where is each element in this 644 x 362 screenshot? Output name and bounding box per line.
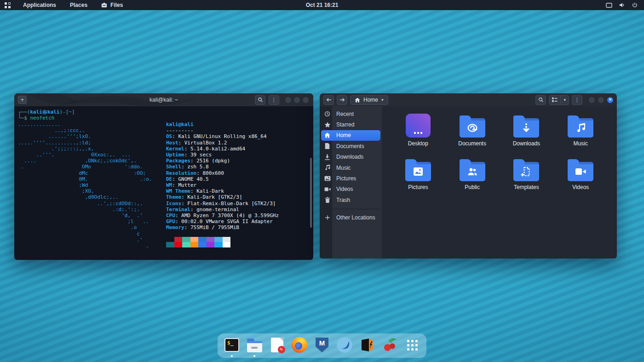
neofetch-info-row: Shell: zsh 5.8 bbox=[166, 164, 279, 170]
prompt-user-host: kali㉿kali bbox=[30, 109, 60, 115]
files-search-button[interactable] bbox=[535, 95, 546, 105]
terminal-close-button[interactable] bbox=[303, 97, 309, 103]
sidebar-item-videos[interactable]: Videos bbox=[321, 184, 380, 195]
terminal-search-button[interactable] bbox=[255, 95, 265, 105]
template-icon bbox=[521, 166, 532, 177]
sidebar-label: Starred bbox=[336, 121, 354, 128]
text-editor-app-icon: ✎ bbox=[271, 338, 283, 352]
neofetch-underline: --------- bbox=[166, 127, 279, 133]
terminal-maximize-button[interactable] bbox=[294, 97, 300, 103]
files-content-area[interactable]: Desktop Documents Downloads Music bbox=[382, 106, 617, 259]
view-options-chevron-icon[interactable]: ▾ bbox=[561, 96, 569, 104]
terminal-minimize-button[interactable] bbox=[285, 97, 291, 103]
display-icon[interactable] bbox=[606, 3, 612, 8]
dock-cherrytree[interactable] bbox=[381, 336, 398, 354]
path-bar-button[interactable]: Home ▾ bbox=[350, 95, 388, 105]
terminal-scrollbar[interactable] bbox=[310, 158, 312, 228]
files-maximize-button[interactable] bbox=[598, 97, 604, 103]
sidebar-item-downloads[interactable]: Downloads bbox=[321, 152, 380, 162]
folder-icon bbox=[568, 162, 593, 181]
dock-wireshark[interactable] bbox=[336, 336, 353, 354]
sidebar-item-music[interactable]: Music bbox=[321, 162, 380, 173]
desktop-icon bbox=[406, 114, 431, 138]
document-icon bbox=[322, 143, 332, 149]
star-icon bbox=[322, 122, 332, 128]
palette-swatch bbox=[174, 237, 183, 242]
sidebar-item-starred[interactable]: Starred bbox=[321, 119, 380, 130]
palette-swatch bbox=[214, 242, 223, 247]
folder-icon bbox=[460, 118, 485, 138]
folder-label: Desktop bbox=[408, 140, 428, 147]
firefox-app-icon bbox=[292, 337, 307, 353]
places-label: Places bbox=[70, 2, 87, 8]
folder-documents[interactable]: Documents bbox=[445, 112, 500, 156]
power-icon[interactable] bbox=[632, 2, 638, 8]
clock[interactable]: Oct 21 16:21 bbox=[306, 2, 339, 8]
sidebar-label: Music bbox=[336, 165, 351, 171]
folder-music[interactable]: Music bbox=[553, 112, 608, 156]
dock-show-applications[interactable] bbox=[403, 336, 421, 354]
dock-terminal[interactable]: $_ bbox=[223, 336, 241, 354]
dock-file-manager[interactable] bbox=[246, 336, 263, 354]
terminal-menu-button[interactable]: ⋮ bbox=[269, 95, 279, 105]
files-minimize-button[interactable] bbox=[589, 97, 595, 103]
folder-downloads[interactable]: Downloads bbox=[500, 112, 554, 156]
sidebar-item-trash[interactable]: Trash bbox=[321, 195, 380, 205]
folder-templates[interactable]: Templates bbox=[500, 156, 554, 200]
sidebar-item-documents[interactable]: Documents bbox=[321, 141, 380, 151]
folder-label: Videos bbox=[572, 184, 589, 190]
sidebar-label: Downloads bbox=[336, 154, 363, 160]
sidebar-item-pictures[interactable]: Pictures bbox=[321, 173, 380, 184]
terminal-title: kali@kali: ~ bbox=[150, 97, 178, 103]
dock-burpsuite[interactable] bbox=[358, 336, 376, 354]
folder-videos[interactable]: Videos bbox=[553, 156, 608, 200]
folder-icon bbox=[460, 162, 485, 181]
palette-swatch bbox=[182, 242, 190, 247]
applications-label: Applications bbox=[23, 2, 56, 8]
menu-files[interactable]: Files bbox=[95, 0, 129, 10]
folder-label: Music bbox=[573, 140, 587, 147]
neofetch-info-row: DE: GNOME 40.5 bbox=[166, 176, 279, 182]
folder-label: Pictures bbox=[408, 184, 428, 190]
palette-row-normal bbox=[166, 237, 279, 242]
forward-button[interactable] bbox=[337, 95, 347, 105]
sidebar-item-recent[interactable]: Recent bbox=[321, 109, 380, 119]
files-headerbar[interactable]: Home ▾ ▾ ⋮ ✕ bbox=[320, 93, 617, 106]
sidebar-label: Videos bbox=[336, 186, 353, 192]
sidebar-item-home[interactable]: Home bbox=[321, 130, 380, 141]
sidebar-item-other-locations[interactable]: Other Locations bbox=[321, 213, 380, 223]
palette-swatch bbox=[198, 237, 207, 242]
neofetch-title: kali@kali bbox=[166, 121, 279, 127]
neofetch-info-row: Terminal: gnome-terminal bbox=[166, 207, 279, 213]
folder-label: Downloads bbox=[513, 140, 540, 147]
workspace-grid-icon[interactable] bbox=[5, 2, 11, 8]
back-button[interactable] bbox=[323, 95, 334, 105]
download-icon bbox=[322, 154, 332, 160]
palette-row-bright bbox=[166, 242, 279, 247]
files-close-button[interactable]: ✕ bbox=[607, 97, 613, 103]
menu-applications[interactable]: Applications bbox=[17, 0, 62, 10]
folder-public[interactable]: Public bbox=[445, 156, 500, 200]
dock-metasploit[interactable]: M bbox=[313, 336, 331, 354]
dock-text-editor[interactable]: ✎ bbox=[268, 336, 286, 354]
folder-icon bbox=[405, 162, 431, 181]
volume-icon[interactable] bbox=[619, 2, 625, 8]
new-tab-button[interactable]: + bbox=[18, 96, 27, 104]
files-window: Home ▾ ▾ ⋮ ✕ Recent Starred bbox=[320, 93, 617, 259]
neofetch-info-row: Packages: 2516 (dpkg) bbox=[166, 158, 279, 164]
folder-label: Public bbox=[465, 184, 480, 190]
palette-swatch bbox=[223, 237, 231, 242]
folder-pictures[interactable]: Pictures bbox=[391, 156, 445, 200]
folder-desktop[interactable]: Desktop bbox=[391, 112, 445, 156]
dock-firefox[interactable] bbox=[291, 336, 308, 354]
files-label: Files bbox=[110, 2, 123, 8]
neofetch-info-row: Host: VirtualBox 1.2 bbox=[166, 140, 279, 146]
terminal-titlebar[interactable]: + kali@kali: ~ ⋮ bbox=[14, 93, 313, 106]
music-icon bbox=[322, 165, 332, 171]
palette-swatch bbox=[174, 242, 183, 247]
menu-places[interactable]: Places bbox=[64, 0, 93, 10]
files-menu-button[interactable]: ⋮ bbox=[572, 95, 582, 105]
neofetch-info: OS: Kali GNU/Linux Rolling x86_64Host: V… bbox=[166, 133, 279, 230]
view-toggle-button[interactable]: ▾ bbox=[549, 95, 569, 105]
arrow-right-icon bbox=[339, 98, 345, 102]
